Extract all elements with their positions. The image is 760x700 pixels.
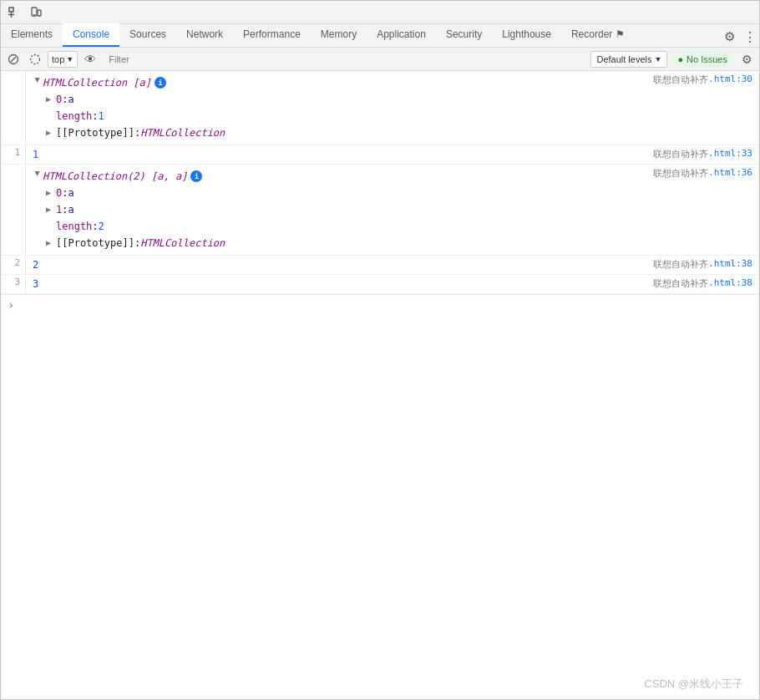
expand-arrow-c2-proto[interactable]: ▶ bbox=[46, 236, 56, 251]
console-entry-num1: 1 1 联想自动补齐.html:33 bbox=[1, 145, 759, 165]
obj-val-0: a bbox=[68, 92, 73, 107]
entry-gutter-5: 3 bbox=[1, 275, 26, 293]
check-icon: ● bbox=[677, 54, 683, 64]
tab-application[interactable]: Application bbox=[367, 23, 436, 47]
entry-source-2[interactable]: 联想自动补齐.html:33 bbox=[646, 145, 759, 164]
entry-gutter-3 bbox=[1, 165, 26, 255]
tab-security[interactable]: Security bbox=[436, 23, 492, 47]
info-icon-1[interactable]: i bbox=[155, 77, 166, 89]
object-child2-1[interactable]: ▶ 1 : a bbox=[33, 201, 640, 218]
inspect-element-btn[interactable] bbox=[4, 3, 24, 23]
info-icon-2[interactable]: i bbox=[190, 170, 202, 182]
source-file-1[interactable]: .html:30 bbox=[708, 74, 752, 84]
tab-elements[interactable]: Elements bbox=[1, 23, 63, 47]
tab-network[interactable]: Network bbox=[176, 23, 233, 47]
svg-rect-0 bbox=[9, 8, 13, 12]
no-issues-label: No Issues bbox=[687, 54, 727, 64]
console-input-line: › bbox=[1, 294, 759, 315]
entry-source-1[interactable]: 联想自动补齐.html:30 bbox=[646, 71, 759, 145]
entry-gutter bbox=[1, 71, 26, 145]
object-tree-1: ▶ HTMLCollection [a] i ▶ 0 : a lengt bbox=[33, 73, 640, 143]
source-file-3[interactable]: .html:36 bbox=[708, 167, 752, 178]
num-value-2: 2 bbox=[33, 259, 38, 271]
source-prefix-3: 联想自动补齐 bbox=[653, 167, 708, 180]
tab-console[interactable]: Console bbox=[63, 23, 119, 47]
entry-source-5[interactable]: 联想自动补齐.html:38 bbox=[646, 275, 759, 293]
tab-lighthouse[interactable]: Lighthouse bbox=[492, 23, 561, 47]
object-header-1[interactable]: ▶ HTMLCollection [a] i bbox=[33, 74, 640, 91]
device-toggle-btn[interactable] bbox=[26, 3, 46, 23]
object-constructor-1: HTMLCollection [a] bbox=[43, 75, 151, 90]
obj-sep-0: : bbox=[62, 92, 68, 107]
source-file-2[interactable]: .html:33 bbox=[708, 148, 752, 159]
obj-proto2-label: [[Prototype]] bbox=[56, 236, 134, 251]
obj-sep2-length: : bbox=[92, 219, 98, 234]
entry-content-num1: 1 bbox=[26, 145, 646, 164]
expand-arrow-1[interactable]: ▶ bbox=[30, 78, 45, 88]
obj-key2-length: length bbox=[56, 219, 92, 234]
source-prefix-1: 联想自动补齐 bbox=[653, 74, 708, 86]
console-entry-num2: 2 2 联想自动补齐.html:38 bbox=[1, 256, 759, 275]
no-issues-badge[interactable]: ● No Issues bbox=[671, 51, 734, 68]
object-child2-length: length : 2 bbox=[33, 218, 640, 235]
svg-rect-4 bbox=[38, 10, 41, 16]
tabs-row: Elements Console Sources Network Perform… bbox=[1, 24, 759, 48]
pause-btn[interactable] bbox=[26, 50, 44, 68]
svg-line-7 bbox=[11, 57, 16, 62]
obj-key2-1: 1 bbox=[56, 202, 62, 217]
top-toolbar bbox=[1, 1, 759, 24]
entry-content-num3: 3 bbox=[26, 275, 646, 293]
filter-input[interactable] bbox=[103, 51, 587, 68]
console-settings-btn[interactable]: ⚙ bbox=[737, 50, 756, 68]
console-entry-htmlcollection1: ▶ HTMLCollection [a] i ▶ 0 : a lengt bbox=[1, 71, 759, 145]
chevron-down-icon: ▼ bbox=[66, 55, 73, 63]
clear-console-btn[interactable] bbox=[4, 50, 23, 68]
obj-proto-label: [[Prototype]] bbox=[56, 125, 134, 140]
svg-point-8 bbox=[31, 54, 40, 63]
obj-key-0: 0 bbox=[56, 92, 62, 107]
obj-sep-length: : bbox=[92, 109, 98, 124]
obj-val2-1: a bbox=[68, 202, 73, 217]
expand-arrow-2[interactable]: ▶ bbox=[30, 171, 45, 181]
tab-memory[interactable]: Memory bbox=[311, 23, 367, 47]
expand-arrow-proto[interactable]: ▶ bbox=[46, 125, 56, 140]
object-child2-0[interactable]: ▶ 0 : a bbox=[33, 185, 640, 201]
object-constructor-2: HTMLCollection(2) [a, a] bbox=[43, 169, 187, 184]
obj-sep2-0: : bbox=[62, 185, 68, 200]
object-tree-2: ▶ HTMLCollection(2) [a, a] i ▶ 0 : a ▶ bbox=[33, 166, 640, 253]
console-toolbar: top ▼ 👁 Default levels ▼ ● No Issues ⚙ bbox=[1, 48, 759, 71]
eye-icon-btn[interactable]: 👁 bbox=[81, 50, 99, 68]
tab-sources[interactable]: Sources bbox=[119, 23, 176, 47]
object-child-proto[interactable]: ▶ [[Prototype]] : HTMLCollection bbox=[33, 124, 640, 141]
source-file-4[interactable]: .html:38 bbox=[708, 258, 752, 269]
tab-performance[interactable]: Performance bbox=[233, 23, 311, 47]
obj-sep2-proto: : bbox=[134, 236, 140, 251]
obj-val2-length: 2 bbox=[99, 219, 104, 234]
entry-content-num2: 2 bbox=[26, 256, 646, 274]
entry-gutter-2: 1 bbox=[1, 145, 26, 164]
source-prefix-5: 联想自动补齐 bbox=[653, 277, 708, 290]
obj-val2-proto: HTMLCollection bbox=[140, 236, 225, 251]
levels-dropdown[interactable]: Default levels ▼ bbox=[590, 51, 667, 68]
obj-val-proto: HTMLCollection bbox=[140, 125, 225, 140]
watermark: CSDN @米线小王子 bbox=[644, 677, 743, 692]
console-entry-htmlcollection2: ▶ HTMLCollection(2) [a, a] i ▶ 0 : a ▶ bbox=[1, 165, 759, 256]
expand-arrow-c2-1[interactable]: ▶ bbox=[46, 202, 56, 217]
context-selector[interactable]: top ▼ bbox=[48, 51, 78, 68]
source-file-5[interactable]: .html:38 bbox=[708, 277, 752, 288]
entry-gutter-4: 2 bbox=[1, 256, 26, 274]
console-entry-num3: 3 3 联想自动补齐.html:38 bbox=[1, 275, 759, 294]
expand-arrow-c2-0[interactable]: ▶ bbox=[46, 185, 56, 200]
entry-source-4[interactable]: 联想自动补齐.html:38 bbox=[646, 256, 759, 274]
obj-sep2-1: : bbox=[62, 202, 68, 217]
object-header-2[interactable]: ▶ HTMLCollection(2) [a, a] i bbox=[33, 168, 640, 185]
input-prompt-icon: › bbox=[8, 298, 14, 312]
source-prefix-2: 联想自动补齐 bbox=[653, 148, 708, 160]
more-options-btn[interactable]: ⋮ bbox=[739, 27, 759, 47]
expand-arrow-child-0[interactable]: ▶ bbox=[46, 92, 56, 107]
entry-source-3[interactable]: 联想自动补齐.html:36 bbox=[646, 165, 759, 255]
object-child-0[interactable]: ▶ 0 : a bbox=[33, 91, 640, 108]
tab-recorder[interactable]: Recorder ⚑ bbox=[561, 23, 635, 47]
settings-btn[interactable]: ⚙ bbox=[719, 27, 739, 47]
object-child2-proto[interactable]: ▶ [[Prototype]] : HTMLCollection bbox=[33, 235, 640, 251]
